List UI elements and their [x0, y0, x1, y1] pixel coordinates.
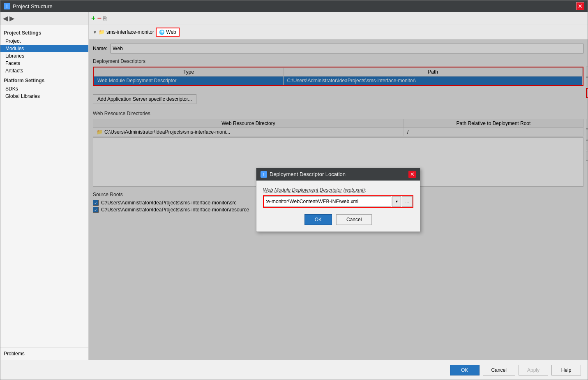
- dialog-dropdown-button[interactable]: ▾: [392, 196, 401, 207]
- project-label: Project: [5, 38, 21, 44]
- window-title: Project Structure: [13, 3, 53, 9]
- dialog-title-left: ! Deployment Descriptor Location: [261, 171, 346, 178]
- dialog-content: Web Module Deployment Descriptor (web.xm…: [256, 181, 420, 232]
- copy-module-button[interactable]: ⎘: [103, 15, 106, 22]
- title-bar-left: ! Project Structure: [4, 3, 53, 9]
- cancel-button[interactable]: Cancel: [483, 365, 515, 375]
- sidebar-item-global-libraries[interactable]: Global Libraries: [0, 93, 88, 100]
- dialog-overlay: ! Deployment Descriptor Location ✕ Web M…: [89, 39, 588, 360]
- dialog-cancel-button[interactable]: Cancel: [336, 214, 372, 225]
- dialog-title-label: Deployment Descriptor Location: [270, 171, 346, 177]
- dialog-title-bar: ! Deployment Descriptor Location ✕: [256, 168, 420, 181]
- dialog-ok-button[interactable]: OK: [304, 214, 332, 225]
- sidebar-tree: Project Settings Project Modules Librari…: [0, 25, 88, 347]
- dialog-input-row: ▾ …: [263, 195, 413, 208]
- add-module-button[interactable]: +: [91, 14, 96, 23]
- modules-label: Modules: [5, 46, 24, 51]
- title-bar: ! Project Structure ✕: [0, 0, 588, 12]
- main-content: ◀ ▶ Project Settings Project Modules Lib…: [0, 12, 588, 360]
- sidebar-item-libraries[interactable]: Libraries: [0, 52, 88, 60]
- back-icon[interactable]: ◀: [3, 14, 8, 22]
- sidebar-item-modules[interactable]: Modules: [0, 45, 88, 52]
- artifacts-label: Artifacts: [5, 68, 23, 74]
- platform-settings-header: Platform Settings: [0, 74, 88, 85]
- module-tree: ▼ 📁 sms-interface-monitor 🌐 Web: [93, 28, 180, 37]
- collapse-arrow[interactable]: ▼: [93, 30, 97, 35]
- close-button[interactable]: ✕: [576, 2, 584, 10]
- remove-module-button[interactable]: −: [97, 14, 102, 23]
- sidebar: ◀ ▶ Project Settings Project Modules Lib…: [0, 12, 89, 360]
- web-module-label: Web: [166, 29, 176, 35]
- web-module-icon: 🌐: [159, 30, 165, 35]
- global-libraries-label: Global Libraries: [5, 93, 40, 99]
- sidebar-item-sdks[interactable]: SDKs: [0, 85, 88, 93]
- project-settings-header: Project Settings: [0, 27, 88, 37]
- content-area: Name: Deployment Descriptors Type Path: [89, 39, 588, 360]
- project-structure-window: ! Project Structure ✕ ◀ ▶ Project Settin…: [0, 0, 588, 380]
- web-module-node[interactable]: 🌐 Web: [156, 28, 180, 37]
- dialog-descriptor-label: Web Module Deployment Descriptor (web.xm…: [263, 187, 413, 193]
- sdks-label: SDKs: [5, 86, 18, 92]
- problems-label: Problems: [4, 351, 25, 357]
- help-button[interactable]: Help: [551, 365, 581, 375]
- ok-button[interactable]: OK: [450, 365, 480, 375]
- sidebar-item-artifacts[interactable]: Artifacts: [0, 67, 88, 74]
- facets-label: Facets: [5, 60, 20, 66]
- dialog-path-input[interactable]: [264, 196, 391, 207]
- module-parent-label: sms-interface-monitor: [106, 29, 154, 35]
- sidebar-item-facets[interactable]: Facets: [0, 60, 88, 67]
- window-icon: !: [4, 3, 10, 9]
- right-panel: + − ⎘ ▼ 📁 sms-interface-monitor 🌐 Web: [89, 12, 588, 360]
- bottom-bar: OK Cancel Apply Help: [0, 360, 588, 380]
- forward-icon[interactable]: ▶: [9, 14, 14, 22]
- dialog-icon: !: [261, 171, 267, 178]
- folder-icon: 📁: [99, 29, 105, 35]
- sidebar-toolbar: ◀ ▶: [0, 12, 88, 25]
- module-toolbar: + − ⎘: [89, 12, 588, 25]
- dialog-close-button[interactable]: ✕: [408, 171, 416, 178]
- problems-section: Problems: [0, 347, 88, 360]
- dialog-buttons: OK Cancel: [263, 214, 413, 225]
- deployment-descriptor-dialog: ! Deployment Descriptor Location ✕ Web M…: [256, 168, 420, 232]
- dialog-browse-button[interactable]: …: [402, 196, 413, 207]
- apply-button[interactable]: Apply: [519, 365, 548, 375]
- sidebar-item-project[interactable]: Project: [0, 37, 88, 45]
- libraries-label: Libraries: [5, 53, 24, 59]
- module-header: ▼ 📁 sms-interface-monitor 🌐 Web: [89, 25, 588, 39]
